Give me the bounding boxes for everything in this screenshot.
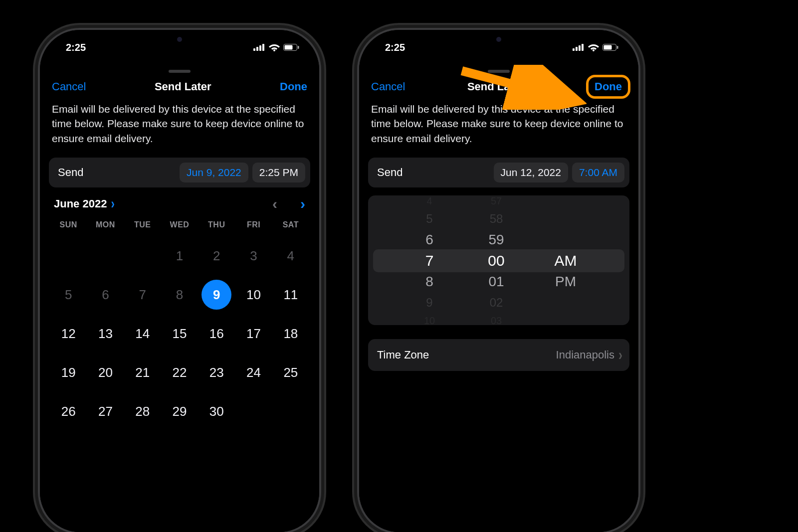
calendar-day[interactable]: 23 <box>198 353 235 392</box>
calendar-day[interactable]: 14 <box>124 314 161 353</box>
calendar-day[interactable]: 7 <box>124 275 161 314</box>
calendar-day[interactable]: 9 <box>198 275 235 314</box>
wheel-row[interactable]: 7 <box>409 250 449 271</box>
calendar-day[interactable]: 24 <box>235 353 272 392</box>
timezone-row[interactable]: Time Zone Indianapolis › <box>368 339 629 371</box>
wheel-row[interactable]: 59 <box>476 229 516 250</box>
wheel-row[interactable]: 8 <box>409 271 449 292</box>
sheet-header: Cancel Send Later Done <box>368 73 629 101</box>
calendar-day[interactable]: 10 <box>235 275 272 314</box>
time-pill[interactable]: 2:25 PM <box>252 163 305 182</box>
weekday-label: FRI <box>235 217 272 236</box>
wheel-row[interactable]: 58 <box>476 208 516 229</box>
svg-rect-8 <box>573 48 575 51</box>
time-picker[interactable]: 45678910 57585900010203 AMPM <box>368 195 629 325</box>
sheet-handle[interactable] <box>488 70 510 73</box>
calendar-day[interactable]: 26 <box>50 392 87 431</box>
wifi-icon <box>588 43 599 51</box>
calendar-day[interactable]: 21 <box>124 353 161 392</box>
svg-rect-15 <box>617 46 618 49</box>
svg-rect-11 <box>582 44 584 51</box>
calendar-day-blank <box>124 236 161 275</box>
send-label: Send <box>58 166 176 179</box>
svg-rect-14 <box>604 45 612 50</box>
calendar-day-blank <box>50 236 87 275</box>
weekday-label: THU <box>198 217 235 236</box>
sheet-description: Email will be delivered by this device a… <box>368 101 629 158</box>
calendar-day[interactable]: 18 <box>272 314 309 353</box>
wheel-row[interactable]: 03 <box>476 310 516 325</box>
svg-rect-9 <box>576 47 578 51</box>
calendar-day-selected[interactable]: 9 <box>201 280 231 310</box>
sheet-title: Send Later <box>467 80 524 93</box>
calendar-day[interactable]: 16 <box>198 314 235 353</box>
calendar-day[interactable]: 4 <box>272 236 309 275</box>
weekday-label: SUN <box>50 217 87 236</box>
calendar-day[interactable]: 1 <box>161 236 198 275</box>
time-pill[interactable]: 7:00 AM <box>572 163 624 182</box>
prev-month-button[interactable]: ‹ <box>272 195 277 212</box>
svg-rect-10 <box>579 45 581 51</box>
calendar-day[interactable]: 15 <box>161 314 198 353</box>
status-time: 2:25 <box>385 42 405 53</box>
cancel-button[interactable]: Cancel <box>371 80 405 93</box>
wheel-row[interactable]: 01 <box>476 271 516 292</box>
calendar-day[interactable]: 22 <box>161 353 198 392</box>
calendar-day[interactable]: 25 <box>272 353 309 392</box>
calendar-day[interactable]: 12 <box>50 314 87 353</box>
calendar-day[interactable]: 2 <box>198 236 235 275</box>
calendar-day[interactable]: 8 <box>161 275 198 314</box>
battery-icon <box>602 44 618 51</box>
svg-rect-6 <box>285 45 293 50</box>
svg-rect-7 <box>298 46 299 49</box>
wheel-row[interactable]: PM <box>543 271 588 292</box>
calendar-day[interactable]: 17 <box>235 314 272 353</box>
wheel-row[interactable]: 10 <box>409 310 449 325</box>
status-icons <box>573 43 618 51</box>
calendar-day[interactable]: 28 <box>124 392 161 431</box>
date-pill[interactable]: Jun 12, 2022 <box>494 163 568 182</box>
notch <box>127 30 232 49</box>
month-picker[interactable]: June 2022 › <box>54 197 115 210</box>
calendar-day[interactable]: 13 <box>87 314 124 353</box>
calendar-day[interactable]: 6 <box>87 275 124 314</box>
wifi-icon <box>269 43 280 51</box>
calendar-day[interactable]: 3 <box>235 236 272 275</box>
svg-rect-3 <box>262 44 264 51</box>
calendar-day[interactable]: 29 <box>161 392 198 431</box>
calendar-day[interactable]: 20 <box>87 353 124 392</box>
month-label: June 2022 <box>54 197 107 210</box>
sheet-handle[interactable] <box>169 70 191 73</box>
calendar-day[interactable]: 27 <box>87 392 124 431</box>
next-month-button[interactable]: › <box>300 195 305 212</box>
svg-rect-0 <box>253 48 255 51</box>
chevron-right-icon: › <box>618 346 622 364</box>
weekday-label: WED <box>161 217 198 236</box>
wheel-row[interactable]: AM <box>543 250 588 271</box>
wheel-row[interactable]: 00 <box>476 250 516 271</box>
send-row: Send Jun 9, 2022 2:25 PM <box>49 158 310 187</box>
weekday-label: TUE <box>124 217 161 236</box>
timezone-label: Time Zone <box>377 349 556 361</box>
notch <box>446 30 551 49</box>
date-pill[interactable]: Jun 9, 2022 <box>180 163 248 182</box>
calendar-day[interactable]: 19 <box>50 353 87 392</box>
battery-icon <box>283 44 299 51</box>
calendar-day[interactable]: 11 <box>272 275 309 314</box>
ampm-wheel[interactable]: AMPM <box>543 195 588 325</box>
done-button[interactable]: Done <box>586 75 630 99</box>
cellular-icon <box>253 44 265 51</box>
calendar-day[interactable]: 30 <box>198 392 235 431</box>
calendar-day-blank <box>87 236 124 275</box>
hour-wheel[interactable]: 45678910 <box>409 195 449 325</box>
wheel-row[interactable]: 5 <box>409 208 449 229</box>
done-button[interactable]: Done <box>280 80 307 93</box>
svg-point-12 <box>593 49 595 51</box>
wheel-row[interactable]: 6 <box>409 229 449 250</box>
minute-wheel[interactable]: 57585900010203 <box>476 195 516 325</box>
cancel-button[interactable]: Cancel <box>52 80 86 93</box>
calendar-day[interactable]: 5 <box>50 275 87 314</box>
weekday-label: MON <box>87 217 124 236</box>
timezone-value: Indianapolis <box>556 349 614 361</box>
svg-rect-1 <box>256 47 258 51</box>
